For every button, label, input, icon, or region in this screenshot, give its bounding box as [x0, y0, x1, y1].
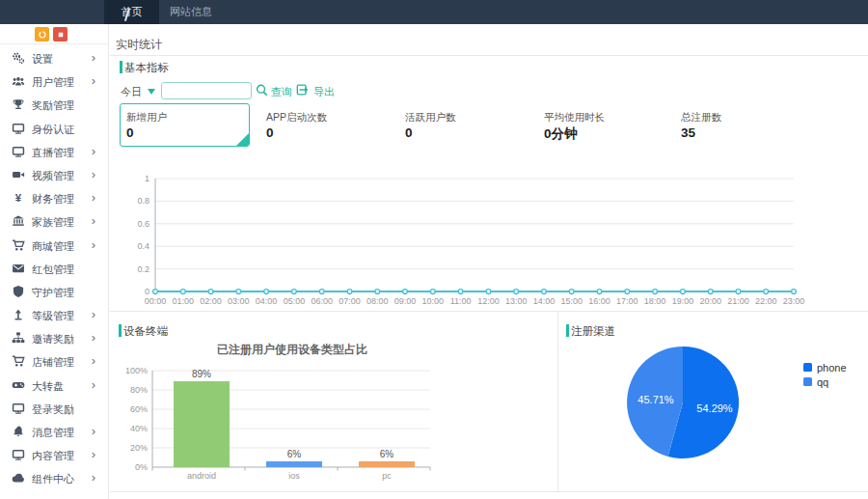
svg-text:07:00: 07:00 [339, 296, 361, 306]
svg-text:100%: 100% [125, 366, 148, 375]
svg-text:0%: 0% [135, 462, 148, 472]
svg-text:04:00: 04:00 [256, 296, 278, 306]
svg-text:qq: qq [817, 376, 828, 388]
svg-text:13:00: 13:00 [505, 296, 528, 306]
svg-text:10:00: 10:00 [422, 296, 445, 306]
svg-text:00:00: 00:00 [145, 296, 167, 306]
svg-text:22:00: 22:00 [755, 296, 777, 306]
svg-text:45.71%: 45.71% [637, 394, 674, 405]
svg-text:80%: 80% [130, 385, 148, 395]
svg-text:19:00: 19:00 [672, 296, 694, 306]
svg-text:¥: ¥ [15, 192, 22, 204]
svg-text:60%: 60% [130, 404, 148, 414]
svg-text:09:00: 09:00 [394, 296, 417, 306]
svg-text:03:00: 03:00 [228, 296, 250, 306]
svg-text:ios: ios [288, 471, 300, 481]
svg-text:1: 1 [145, 174, 149, 183]
svg-text:0.4: 0.4 [137, 241, 149, 251]
svg-text:08:00: 08:00 [366, 296, 389, 306]
svg-text:23:00: 23:00 [783, 296, 805, 306]
svg-text:pc: pc [382, 471, 392, 481]
svg-text:02:00: 02:00 [200, 296, 222, 306]
svg-text:15:00: 15:00 [560, 296, 583, 306]
svg-text:54.29%: 54.29% [696, 402, 733, 414]
svg-text:40%: 40% [130, 424, 148, 433]
svg-text:16:00: 16:00 [588, 296, 610, 306]
svg-text:6%: 6% [380, 449, 394, 459]
svg-text:14:00: 14:00 [533, 296, 556, 306]
svg-text:phone: phone [817, 362, 847, 374]
svg-text:21:00: 21:00 [727, 296, 749, 306]
svg-text:11:00: 11:00 [450, 296, 472, 306]
svg-text:20%: 20% [130, 443, 148, 453]
svg-text:12:00: 12:00 [477, 296, 500, 306]
svg-text:06:00: 06:00 [311, 296, 333, 306]
svg-text:0.6: 0.6 [137, 219, 149, 229]
svg-text:89%: 89% [192, 369, 211, 379]
svg-text:20:00: 20:00 [699, 296, 721, 306]
svg-text:18:00: 18:00 [644, 296, 666, 306]
svg-text:0: 0 [145, 287, 149, 296]
svg-text:05:00: 05:00 [284, 296, 306, 306]
svg-text:0.8: 0.8 [137, 196, 149, 206]
svg-text:android: android [187, 471, 216, 481]
svg-text:17:00: 17:00 [616, 296, 638, 306]
svg-text:01:00: 01:00 [173, 296, 195, 306]
svg-text:6%: 6% [287, 449, 302, 459]
svg-text:0.2: 0.2 [137, 264, 149, 274]
